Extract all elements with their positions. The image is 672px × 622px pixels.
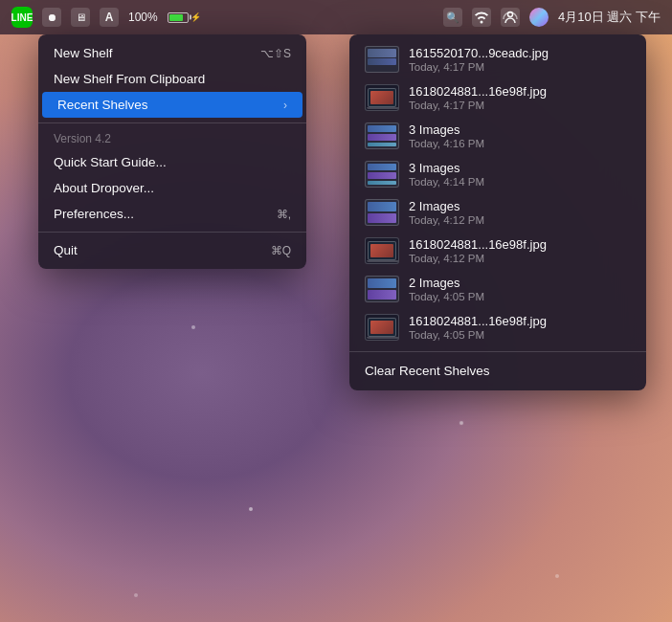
shelf-info-2: 1618024881...16e98f.jpg Today, 4:17 PM	[409, 84, 547, 111]
chevron-right-icon: ›	[283, 99, 287, 112]
shelf-time-7: Today, 4:05 PM	[409, 291, 484, 302]
shelf-item-5[interactable]: 2 Images Today, 4:12 PM	[349, 193, 646, 232]
shelf-item-1[interactable]: 1615520170...9ceadc.jpg Today, 4:17 PM	[349, 40, 646, 78]
line-app-icon[interactable]: LINE	[11, 7, 33, 28]
battery-fill	[169, 14, 183, 21]
shelf-info-5: 2 Images Today, 4:12 PM	[409, 199, 484, 226]
shelf-thumb-4	[365, 161, 399, 188]
shelf-item-4[interactable]: 3 Images Today, 4:14 PM	[349, 155, 646, 193]
shelf-name-1: 1615520170...9ceadc.jpg	[409, 46, 549, 60]
separator-1	[38, 122, 306, 123]
about-label: About Dropover...	[54, 181, 154, 195]
record-icon[interactable]: ⏺	[42, 8, 61, 27]
recent-shelves-submenu: 1615520170...9ceadc.jpg Today, 4:17 PM 1…	[349, 34, 646, 390]
shelf-info-1: 1615520170...9ceadc.jpg Today, 4:17 PM	[409, 46, 549, 73]
shelf-name-8: 1618024881...16e98f.jpg	[409, 314, 547, 328]
shelf-info-7: 2 Images Today, 4:05 PM	[409, 276, 484, 302]
menu-item-recent-shelves[interactable]: Recent Shelves ›	[42, 92, 302, 118]
new-shelf-label: New Shelf	[54, 46, 113, 60]
shelf-name-5: 2 Images	[409, 199, 484, 213]
shelf-item-3[interactable]: 3 Images Today, 4:16 PM	[349, 117, 646, 155]
battery-percent-text: 100%	[128, 11, 158, 24]
clear-recent-shelves-button[interactable]: Clear Recent Shelves	[349, 357, 646, 385]
shelf-thumb-8	[365, 314, 399, 341]
new-shelf-clipboard-label: New Shelf From Clipboard	[54, 72, 205, 86]
new-shelf-shortcut: ⌥⇧S	[260, 47, 291, 60]
shelf-time-5: Today, 4:12 PM	[409, 214, 484, 226]
quit-label: Quit	[54, 243, 78, 257]
recent-shelves-label: Recent Shelves	[57, 98, 148, 112]
submenu-separator	[349, 351, 646, 352]
shelf-time-4: Today, 4:14 PM	[409, 176, 484, 188]
menubar-right: 🔍 4月10日 週六 下午	[443, 8, 661, 27]
display-icon[interactable]: 🖥	[71, 8, 90, 27]
preferences-label: Preferences...	[54, 207, 134, 221]
shelf-item-2[interactable]: 1618024881...16e98f.jpg Today, 4:17 PM	[349, 78, 646, 117]
quick-start-label: Quick Start Guide...	[54, 155, 167, 169]
shelf-name-4: 3 Images	[409, 161, 484, 175]
shelf-name-3: 3 Images	[409, 122, 484, 137]
menu-item-quick-start[interactable]: Quick Start Guide...	[38, 149, 306, 175]
battery-indicator: ⚡	[168, 12, 201, 23]
main-menu: New Shelf ⌥⇧S New Shelf From Clipboard R…	[38, 34, 306, 269]
shelf-time-6: Today, 4:12 PM	[409, 253, 547, 264]
shelf-thumb-5	[365, 199, 399, 226]
wifi-icon[interactable]	[472, 8, 491, 27]
menu-item-new-shelf-clipboard[interactable]: New Shelf From Clipboard	[38, 66, 306, 92]
bolt-icon: ⚡	[190, 12, 201, 22]
shelf-time-1: Today, 4:17 PM	[409, 61, 549, 73]
shelf-name-6: 1618024881...16e98f.jpg	[409, 237, 547, 252]
siri-icon[interactable]	[529, 8, 549, 27]
shelf-thumb-2	[365, 84, 399, 111]
shelf-name-2: 1618024881...16e98f.jpg	[409, 84, 547, 99]
shelf-info-4: 3 Images Today, 4:14 PM	[409, 161, 484, 188]
shelf-time-2: Today, 4:17 PM	[409, 100, 547, 111]
shelf-thumb-1	[365, 46, 399, 73]
menubar: LINE ⏺ 🖥 A 100% ⚡ 🔍	[0, 0, 672, 34]
datetime-display: 4月10日 週六 下午	[558, 9, 661, 26]
shelf-item-6[interactable]: 1618024881...16e98f.jpg Today, 4:12 PM	[349, 232, 646, 270]
shelf-time-8: Today, 4:05 PM	[409, 329, 547, 341]
shelf-item-8[interactable]: 1618024881...16e98f.jpg Today, 4:05 PM	[349, 308, 646, 346]
menu-version: Version 4.2	[38, 128, 306, 149]
battery-body	[168, 12, 189, 23]
menubar-left: LINE ⏺ 🖥 A 100% ⚡	[11, 7, 201, 28]
shelf-info-3: 3 Images Today, 4:16 PM	[409, 122, 484, 149]
quit-shortcut: ⌘Q	[271, 244, 291, 257]
menu-item-about[interactable]: About Dropover...	[38, 175, 306, 201]
search-icon[interactable]: 🔍	[443, 8, 462, 27]
menu-item-preferences[interactable]: Preferences... ⌘,	[38, 201, 306, 227]
shelf-thumb-7	[365, 276, 399, 302]
airdrop-icon[interactable]	[501, 8, 520, 27]
separator-2	[38, 232, 306, 233]
menu-item-quit[interactable]: Quit ⌘Q	[38, 237, 306, 263]
shelf-info-6: 1618024881...16e98f.jpg Today, 4:12 PM	[409, 237, 547, 264]
text-icon[interactable]: A	[100, 8, 119, 27]
shelf-item-7[interactable]: 2 Images Today, 4:05 PM	[349, 270, 646, 308]
shelf-time-3: Today, 4:16 PM	[409, 138, 484, 149]
clear-label: Clear Recent Shelves	[365, 364, 490, 378]
shelf-thumb-3	[365, 122, 399, 149]
shelf-name-7: 2 Images	[409, 276, 484, 290]
desktop: LINE ⏺ 🖥 A 100% ⚡ 🔍	[0, 0, 672, 622]
preferences-shortcut: ⌘,	[277, 208, 291, 221]
menu-item-new-shelf[interactable]: New Shelf ⌥⇧S	[38, 40, 306, 66]
shelf-thumb-6	[365, 237, 399, 264]
shelf-info-8: 1618024881...16e98f.jpg Today, 4:05 PM	[409, 314, 547, 341]
